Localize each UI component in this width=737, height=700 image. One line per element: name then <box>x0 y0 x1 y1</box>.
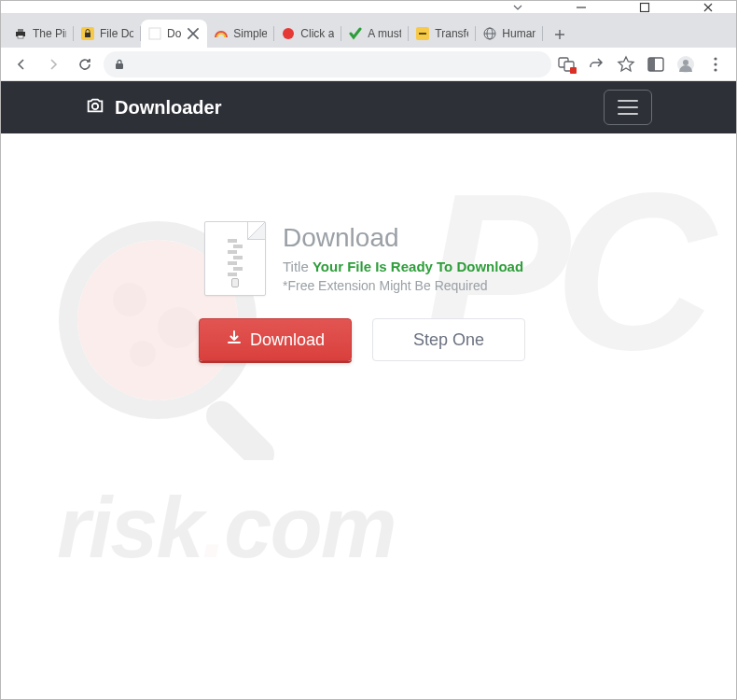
page-viewport: Downloader PC <box>1 81 736 699</box>
kebab-menu-icon[interactable] <box>706 55 725 74</box>
watermark: PC risk.com <box>1 133 736 699</box>
tab-a-must[interactable]: A must <box>341 20 409 48</box>
nav-back-button[interactable] <box>8 51 35 77</box>
red-dot-icon <box>282 27 295 40</box>
tab-simple[interactable]: Simple <box>207 20 274 48</box>
svg-rect-30 <box>200 395 280 460</box>
download-title-line: Title Your File Is Ready To Download <box>283 259 523 274</box>
tab-the-pir[interactable]: The Pir <box>7 20 74 48</box>
tab-label: File Do <box>100 27 133 40</box>
address-bar <box>1 48 736 81</box>
tab-label: A must <box>368 27 401 40</box>
svg-rect-18 <box>648 58 655 71</box>
tab-label: Do <box>167 27 181 40</box>
svg-point-24 <box>92 103 98 108</box>
menu-toggle-button[interactable] <box>604 90 652 125</box>
tab-file-do[interactable]: File Do <box>74 20 141 48</box>
tab-click-a[interactable]: Click a <box>274 20 341 48</box>
window-minimize-button[interactable] <box>561 1 602 14</box>
title-prefix: Title <box>283 259 313 274</box>
browser-window: The Pir File Do Do Simple <box>0 0 737 700</box>
brand-text: Downloader <box>115 97 221 119</box>
download-button[interactable]: Download <box>199 318 352 361</box>
svg-rect-16 <box>564 62 574 71</box>
yellow-square-icon <box>416 27 429 40</box>
title-ready: Your File Is Ready To Download <box>313 259 523 274</box>
watermark-risk-text: risk.com <box>57 479 395 577</box>
svg-point-8 <box>283 28 294 39</box>
svg-point-20 <box>683 60 688 65</box>
download-button-label: Download <box>250 330 325 350</box>
tab-label: Transfe <box>435 27 468 40</box>
zip-file-icon <box>204 221 266 296</box>
tab-transfe[interactable]: Transfe <box>409 20 476 48</box>
bookmark-star-icon[interactable] <box>617 55 635 74</box>
new-tab-button[interactable] <box>547 21 573 48</box>
toolbar-right <box>557 55 729 74</box>
svg-rect-3 <box>18 29 23 32</box>
step-one-label: Step One <box>413 330 484 350</box>
svg-point-27 <box>158 307 199 348</box>
download-card: Download Title Your File Is Ready To Dow… <box>204 221 596 361</box>
blank-favicon-icon <box>148 27 161 40</box>
svg-rect-7 <box>149 28 160 39</box>
svg-point-28 <box>130 341 156 367</box>
svg-rect-6 <box>85 33 90 37</box>
svg-point-26 <box>113 283 146 316</box>
svg-rect-4 <box>18 35 23 38</box>
tab-strip: The Pir File Do Do Simple <box>1 14 736 48</box>
svg-point-22 <box>714 63 716 65</box>
globe-icon <box>483 27 496 40</box>
window-chevron-icon[interactable] <box>497 1 538 14</box>
download-arrow-icon <box>226 329 250 351</box>
tab-do-active[interactable]: Do <box>141 20 207 48</box>
side-panel-icon[interactable] <box>647 55 665 74</box>
printer-icon <box>14 27 27 40</box>
tab-label: Human <box>502 27 535 40</box>
tab-close-icon[interactable] <box>187 27 200 40</box>
window-titlebar <box>1 1 736 14</box>
svg-point-21 <box>714 57 716 60</box>
translate-icon[interactable] <box>557 55 576 74</box>
site-brand[interactable]: Downloader <box>85 95 221 120</box>
svg-rect-10 <box>419 33 426 35</box>
svg-rect-1 <box>641 3 649 11</box>
lock-icon <box>81 27 94 40</box>
tab-label: The Pir <box>33 27 66 40</box>
download-heading: Download <box>283 223 523 253</box>
svg-point-23 <box>714 68 716 71</box>
green-check-icon <box>349 27 362 40</box>
rainbow-icon <box>215 27 228 40</box>
profile-avatar-icon[interactable] <box>676 55 695 74</box>
nav-forward-button[interactable] <box>40 51 66 77</box>
tab-label: Click a <box>300 27 334 40</box>
window-close-button[interactable] <box>688 1 729 14</box>
share-icon[interactable] <box>587 55 605 74</box>
svg-rect-14 <box>116 63 123 69</box>
window-maximize-button[interactable] <box>624 1 665 14</box>
step-one-button[interactable]: Step One <box>372 318 525 361</box>
nav-reload-button[interactable] <box>72 51 98 77</box>
camera-icon <box>85 95 105 120</box>
lock-icon <box>113 58 126 71</box>
download-note: *Free Extension Might Be Required <box>283 278 523 293</box>
tab-label: Simple <box>233 27 267 40</box>
tab-human[interactable]: Human <box>476 20 543 48</box>
site-header: Downloader <box>1 81 736 133</box>
url-input[interactable] <box>104 51 551 77</box>
